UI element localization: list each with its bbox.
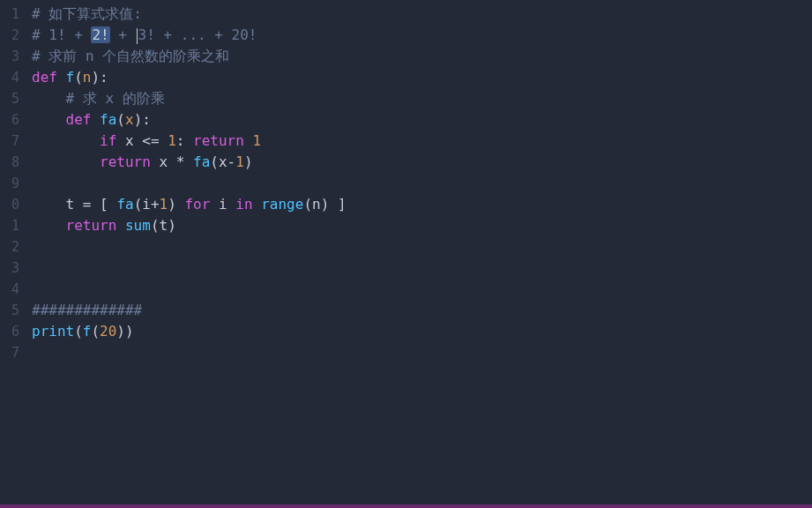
operator: = xyxy=(83,196,92,213)
code-line[interactable]: # 1! + 2! + 3! + ... + 20! xyxy=(32,25,812,46)
line-number: 7 xyxy=(0,342,19,363)
identifier: n xyxy=(312,196,321,213)
code-line[interactable] xyxy=(32,236,812,258)
punct: ) xyxy=(244,153,253,170)
line-number: 0 xyxy=(0,194,19,215)
code-line[interactable] xyxy=(32,279,812,300)
operator: <= xyxy=(142,132,159,149)
code-line[interactable] xyxy=(32,258,812,279)
identifier: x xyxy=(160,153,168,170)
punct: ) xyxy=(321,196,330,213)
identifier: t xyxy=(160,217,168,234)
line-number: 5 xyxy=(0,88,19,109)
number-literal: 1 xyxy=(160,196,168,213)
identifier: x xyxy=(125,132,134,149)
punct: ) xyxy=(134,111,143,128)
operator: * xyxy=(176,153,185,170)
comment-text: ############# xyxy=(32,302,142,318)
punct: ] xyxy=(338,196,346,213)
number-literal: 1 xyxy=(168,132,176,149)
line-number: 8 xyxy=(0,152,19,173)
comment-text: # 求前 n 个自然数的阶乘之和 xyxy=(32,48,229,64)
keyword-return: return xyxy=(100,153,151,170)
keyword-for: for xyxy=(184,196,210,213)
function-call: f xyxy=(83,323,92,340)
punct: ) xyxy=(116,323,125,340)
comment-text: + xyxy=(110,26,136,43)
punct: : xyxy=(142,111,151,128)
punct: ( xyxy=(74,69,83,86)
parameter: x xyxy=(125,111,134,128)
line-number: 1 xyxy=(0,4,19,25)
punct: ) xyxy=(168,217,176,234)
keyword-def: def xyxy=(66,111,92,128)
comment-text: # 如下算式求值: xyxy=(32,5,142,22)
code-line[interactable] xyxy=(32,173,812,194)
identifier: t xyxy=(66,196,75,213)
builtin-range: range xyxy=(261,196,303,213)
line-number: 1 xyxy=(0,215,19,236)
punct: ( xyxy=(116,111,125,128)
code-line[interactable]: return x * fa(x-1) xyxy=(32,152,812,173)
function-call: fa xyxy=(116,196,133,213)
line-number: 6 xyxy=(0,321,19,342)
punct: ) xyxy=(168,196,176,213)
function-name: f xyxy=(66,69,75,86)
code-line[interactable]: t = [ fa(i+1) for i in range(n) ] xyxy=(32,194,812,215)
operator: + xyxy=(151,196,160,213)
comment-text: 3! xyxy=(138,26,155,43)
line-number: 2 xyxy=(0,236,19,258)
line-number: 6 xyxy=(0,109,19,131)
punct: ( xyxy=(74,323,83,340)
code-line[interactable]: # 如下算式求值: xyxy=(32,4,812,25)
identifier: x xyxy=(219,153,227,170)
line-number: 4 xyxy=(0,67,19,88)
keyword-return: return xyxy=(66,217,117,234)
keyword-return: return xyxy=(193,132,244,149)
line-number: 4 xyxy=(0,279,19,300)
text-selection: 2! xyxy=(91,26,109,43)
line-number: 3 xyxy=(0,46,19,67)
punct: ( xyxy=(91,323,100,340)
operator: - xyxy=(227,153,236,170)
code-line[interactable]: # 求 x 的阶乘 xyxy=(32,88,812,109)
punct: : xyxy=(176,132,185,149)
comment-text: # 1! + xyxy=(32,26,91,43)
code-editor[interactable]: 1 2 3 4 5 6 7 8 9 0 1 2 3 4 5 6 7 # 如下算式… xyxy=(0,0,812,508)
code-line[interactable]: ############# xyxy=(32,300,812,321)
identifier: i xyxy=(219,196,227,213)
number-literal: 20 xyxy=(100,323,116,340)
comment-text: + ... + 20! xyxy=(155,26,257,43)
code-area[interactable]: # 如下算式求值: # 1! + 2! + 3! + ... + 20! # 求… xyxy=(25,0,812,508)
code-line[interactable]: print(f(20)) xyxy=(32,321,812,342)
line-number: 3 xyxy=(0,258,19,279)
punct: [ xyxy=(100,196,108,213)
punct: ) xyxy=(91,69,100,86)
builtin-print: print xyxy=(32,323,74,340)
line-number: 9 xyxy=(0,173,19,194)
code-line[interactable]: # 求前 n 个自然数的阶乘之和 xyxy=(32,46,812,67)
comment-text: # 求 x 的阶乘 xyxy=(66,90,165,107)
keyword-in: in xyxy=(235,196,252,213)
punct: ) xyxy=(125,323,134,340)
code-line[interactable]: def fa(x): xyxy=(32,109,812,131)
punct: ( xyxy=(303,196,312,213)
function-call: fa xyxy=(193,153,210,170)
keyword-def: def xyxy=(32,69,57,86)
line-number: 5 xyxy=(0,300,19,321)
keyword-if: if xyxy=(100,132,116,149)
code-line[interactable]: def f(n): xyxy=(32,67,812,88)
builtin-sum: sum xyxy=(125,217,151,234)
code-line[interactable] xyxy=(32,342,812,363)
punct: ( xyxy=(151,217,160,234)
punct: ( xyxy=(134,196,143,213)
code-line[interactable]: return sum(t) xyxy=(32,215,812,236)
punct: ( xyxy=(210,153,219,170)
identifier: i xyxy=(142,196,151,213)
code-line[interactable]: if x <= 1: return 1 xyxy=(32,131,812,152)
punct: : xyxy=(100,69,108,86)
line-number-gutter: 1 2 3 4 5 6 7 8 9 0 1 2 3 4 5 6 7 xyxy=(0,0,25,508)
number-literal: 1 xyxy=(253,132,262,149)
vertical-scrollbar[interactable] xyxy=(801,0,812,508)
line-number: 7 xyxy=(0,131,19,152)
